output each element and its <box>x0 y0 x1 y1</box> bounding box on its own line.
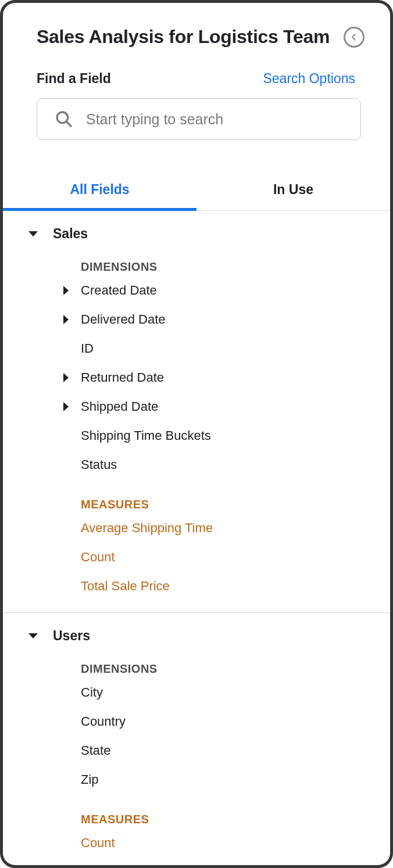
panel-title: Sales Analysis for Logistics Team <box>37 26 330 48</box>
group-sales: Sales DIMENSIONS Created Date Delivered … <box>3 211 390 613</box>
find-field-label: Find a Field <box>37 71 111 87</box>
field-label: Average Shipping Time <box>81 521 213 536</box>
field-total-sale-price[interactable]: Total Sale Price <box>3 572 390 601</box>
field-zip[interactable]: Zip <box>3 765 390 794</box>
caret-right-icon <box>63 373 69 382</box>
field-label: Count <box>81 550 115 565</box>
field-label: Status <box>81 457 117 472</box>
dimensions-label: DIMENSIONS <box>3 250 390 276</box>
field-returned-date[interactable]: Returned Date <box>3 363 390 392</box>
field-city[interactable]: City <box>3 678 390 707</box>
group-users: Users DIMENSIONS City Country State Zip … <box>3 613 390 868</box>
group-header-users[interactable]: Users <box>3 613 390 652</box>
search-options-link[interactable]: Search Options <box>263 71 355 87</box>
field-picker-panel: Sales Analysis for Logistics Team Find a… <box>0 0 393 868</box>
chevron-left-icon <box>350 33 358 41</box>
caret-down-icon <box>28 231 38 236</box>
field-label: City <box>81 685 103 700</box>
tab-all-fields[interactable]: All Fields <box>3 171 196 210</box>
field-state[interactable]: State <box>3 736 390 765</box>
measures-label: MEASURES <box>3 479 390 514</box>
field-label: ID <box>81 341 94 356</box>
caret-right-icon <box>63 315 69 324</box>
search-box[interactable] <box>37 98 361 140</box>
svg-line-1 <box>66 121 71 126</box>
field-label: Total Sale Price <box>81 579 170 594</box>
field-delivered-date[interactable]: Delivered Date <box>3 305 390 334</box>
field-tree: Sales DIMENSIONS Created Date Delivered … <box>3 211 390 868</box>
field-count[interactable]: Count <box>3 543 390 572</box>
field-shipping-time-buckets[interactable]: Shipping Time Buckets <box>3 421 390 450</box>
group-title: Users <box>53 628 90 644</box>
field-label: Created Date <box>81 283 157 298</box>
dimensions-label: DIMENSIONS <box>3 652 390 678</box>
field-label: Count <box>81 835 115 851</box>
field-shipped-date[interactable]: Shipped Date <box>3 392 390 421</box>
field-created-date[interactable]: Created Date <box>3 276 390 305</box>
caret-down-icon <box>28 633 38 639</box>
field-status[interactable]: Status <box>3 450 390 479</box>
field-label: State <box>81 743 110 758</box>
field-country[interactable]: Country <box>3 707 390 736</box>
measures-label: MEASURES <box>3 794 390 828</box>
find-field-row: Find a Field Search Options <box>3 48 390 87</box>
field-label: Shipped Date <box>81 399 158 414</box>
field-average-shipping-time[interactable]: Average Shipping Time <box>3 514 390 543</box>
field-id[interactable]: ID <box>3 334 390 363</box>
field-label: Returned Date <box>81 370 164 385</box>
search-icon <box>55 110 73 128</box>
group-header-sales[interactable]: Sales <box>3 211 390 250</box>
caret-right-icon <box>63 286 69 295</box>
search-wrap <box>3 87 390 140</box>
panel-header: Sales Analysis for Logistics Team <box>3 3 390 48</box>
field-label: Zip <box>81 772 99 787</box>
search-input[interactable] <box>86 111 349 128</box>
tab-in-use[interactable]: In Use <box>196 171 390 210</box>
tabs: All Fields In Use <box>3 171 390 211</box>
group-title: Sales <box>53 226 88 242</box>
field-label: Delivered Date <box>81 312 166 327</box>
collapse-panel-button[interactable] <box>344 27 365 48</box>
field-label: Shipping Time Buckets <box>81 428 211 443</box>
field-label: Country <box>81 714 126 729</box>
field-users-count[interactable]: Count <box>3 828 390 858</box>
caret-right-icon <box>63 402 69 411</box>
